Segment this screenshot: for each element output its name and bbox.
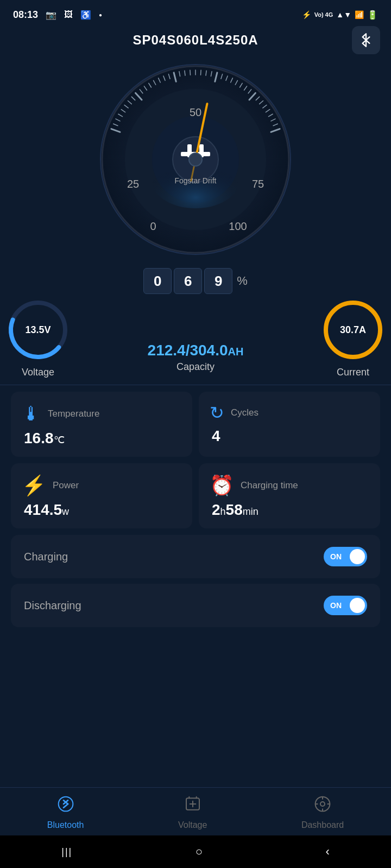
charging-toggle-row: Charging ON: [11, 535, 380, 578]
info-cards: 🌡 Temperature 16.8℃ ↻ Cycles 4 ⚡ Power 4…: [0, 392, 391, 528]
charging-time-card: ⏰ Charging time 2h58min: [199, 463, 380, 528]
speedometer: 0 25 50 75 100 Fogstar Drift: [92, 56, 299, 263]
power-card: ⚡ Power 414.5w: [11, 463, 192, 528]
temperature-card: 🌡 Temperature 16.8℃: [11, 392, 192, 457]
nav-item-voltage[interactable]: Voltage: [178, 795, 207, 830]
capacity-value: 212.4/304.0AH: [71, 342, 320, 359]
discharging-toggle-label: Discharging: [24, 599, 81, 612]
current-gauge: 30.7A: [320, 297, 386, 362]
voltage-nav-label: Voltage: [178, 820, 207, 830]
voltage-label: Voltage: [22, 367, 54, 378]
status-bar: 08:13 📷 🖼 ♿ ● ⚡ Vo) 4G ▲▼ 📶 🔋: [0, 0, 391, 27]
divider-1: [0, 385, 391, 385]
cycles-icon: ↻: [210, 403, 224, 423]
status-icons: ⚡ Vo) 4G ▲▼ 📶 🔋: [302, 10, 378, 20]
voltage-gauge: 13.5V: [5, 297, 71, 362]
bottom-nav: Bluetooth Voltage Dashboard: [0, 787, 391, 835]
svg-text:Fogstar Drift: Fogstar Drift: [174, 176, 216, 185]
capacity-label: Capacity: [71, 361, 320, 373]
power-label: Power: [53, 480, 79, 491]
page-title: SP04S060L4S250A: [133, 33, 258, 48]
cycles-value: 4: [210, 427, 369, 445]
soc-digit-2: 9: [204, 268, 232, 294]
charging-time-value: 2h58min: [210, 501, 369, 519]
android-back-button[interactable]: ‹: [325, 845, 329, 859]
soc-display: 0 6 9 %: [143, 268, 248, 294]
discharging-toggle[interactable]: ON: [324, 596, 367, 615]
camera-icon: 📷: [46, 10, 56, 20]
network-icon: ▲▼: [336, 10, 351, 19]
gauge-section: 0 25 50 75 100 Fogstar Drift: [0, 56, 391, 303]
soc-percent-symbol: %: [237, 274, 248, 288]
power-icon: ⚡: [22, 474, 46, 497]
svg-point-58: [189, 153, 202, 166]
capacity-center: 212.4/304.0AH Capacity: [71, 342, 320, 378]
charging-toggle-label: Charging: [24, 551, 68, 563]
charging-toggle-state: ON: [330, 552, 342, 561]
voltage-metric: 13.5V Voltage: [5, 297, 71, 378]
svg-line-31: [201, 70, 201, 75]
android-home-button[interactable]: ○: [195, 845, 203, 859]
svg-text:100: 100: [229, 220, 247, 232]
gallery-icon: 🖼: [64, 10, 73, 20]
charging-time-icon: ⏰: [210, 474, 234, 497]
charging-toggle[interactable]: ON: [324, 547, 367, 566]
current-metric: 30.7A Current: [320, 297, 386, 378]
bluetooth-nav-icon: [57, 795, 74, 817]
dashboard-nav-label: Dashboard: [301, 820, 344, 830]
charging-time-label: Charging time: [241, 480, 298, 491]
voltage-nav-icon: [184, 795, 201, 817]
metrics-row: 13.5V Voltage 212.4/304.0AH Capacity 30.…: [0, 297, 391, 378]
temperature-value: 16.8℃: [22, 430, 181, 447]
svg-point-63: [58, 797, 73, 812]
svg-text:25: 25: [127, 178, 139, 190]
status-time: 08:13: [13, 9, 38, 21]
dashboard-nav-icon: [314, 795, 331, 817]
bluetooth-connect-button[interactable]: [352, 26, 380, 54]
svg-line-29: [190, 70, 191, 75]
android-recents-button[interactable]: |||: [61, 846, 72, 858]
nav-item-dashboard[interactable]: Dashboard: [301, 795, 344, 830]
power-value: 414.5w: [22, 501, 181, 519]
charging-toggle-knob: [350, 549, 365, 564]
header: SP04S060L4S250A: [0, 27, 391, 56]
temperature-icon: 🌡: [22, 403, 41, 425]
toggle-section: Charging ON Discharging ON: [0, 535, 391, 627]
signal-bars-icon: 📶: [355, 10, 364, 19]
svg-text:75: 75: [252, 178, 264, 190]
svg-text:50: 50: [190, 106, 201, 118]
voltage-value: 13.5V: [25, 324, 51, 336]
svg-point-66: [320, 802, 325, 806]
signal-text: Vo) 4G: [314, 11, 333, 18]
soc-digit-0: 0: [143, 268, 172, 294]
svg-text:0: 0: [150, 220, 156, 232]
nav-item-bluetooth[interactable]: Bluetooth: [47, 795, 84, 830]
cycles-card: ↻ Cycles 4: [199, 392, 380, 457]
cycles-label: Cycles: [231, 407, 258, 418]
android-nav-bar: ||| ○ ‹: [0, 835, 391, 868]
temperature-label: Temperature: [48, 409, 99, 419]
current-value: 30.7A: [340, 324, 366, 336]
discharging-toggle-row: Discharging ON: [11, 584, 380, 627]
battery-icon: 🔋: [367, 10, 378, 20]
soc-digit-1: 6: [174, 268, 202, 294]
bluetooth-nav-label: Bluetooth: [47, 820, 84, 830]
discharging-toggle-state: ON: [330, 601, 342, 610]
dot-indicator: ●: [99, 12, 102, 18]
bluetooth-status-icon: ⚡: [302, 10, 311, 19]
current-label: Current: [337, 367, 369, 378]
accessibility-icon: ♿: [80, 10, 91, 20]
discharging-toggle-knob: [350, 598, 365, 613]
